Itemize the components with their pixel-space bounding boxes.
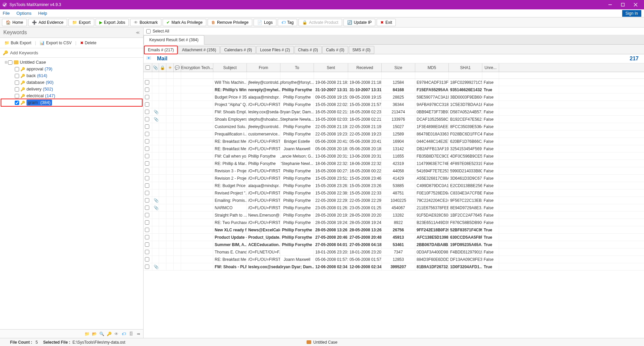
window-close-button[interactable] bbox=[629, 0, 642, 9]
mail-row[interactable]: 📎NARMCO/O=FL/OU=FIRST...Phillip Forsythe… bbox=[144, 204, 644, 212]
keyword-checkbox[interactable] bbox=[15, 101, 19, 105]
menu-file[interactable]: File bbox=[3, 11, 10, 16]
row-checkbox[interactable] bbox=[145, 242, 149, 247]
row-checkbox[interactable] bbox=[145, 235, 149, 239]
row-checkbox[interactable] bbox=[145, 102, 149, 107]
mail-row[interactable]: Prequalification i...customerservice...P… bbox=[144, 130, 644, 138]
header-subject[interactable]: Subject bbox=[213, 63, 247, 72]
mail-row[interactable]: 📎FW: Shoals - PLFlesley.cox@seda-...Brya… bbox=[144, 263, 644, 271]
logs-button[interactable]: 📄Logs bbox=[254, 19, 276, 26]
subtab-4[interactable]: Chats # (0) bbox=[294, 46, 322, 54]
sign-in-button[interactable]: Sign In bbox=[622, 10, 641, 17]
tree-keyword-back[interactable]: 🔑back(614) bbox=[1, 72, 142, 79]
window-maximize-button[interactable] bbox=[616, 0, 629, 9]
select-all-checkbox[interactable] bbox=[146, 29, 151, 34]
case-checkbox[interactable] bbox=[8, 60, 12, 65]
footer-folder2-icon[interactable]: 📂 bbox=[92, 331, 97, 337]
keyword-checkbox[interactable] bbox=[15, 80, 19, 85]
header-unread[interactable]: Unre... bbox=[482, 63, 499, 72]
footer-export-icon[interactable]: ➡ bbox=[136, 331, 141, 337]
tree-keyword-delivery[interactable]: 🔑delivery(502) bbox=[1, 86, 142, 93]
tree-root-case[interactable]: ⊟ Untitled Case bbox=[1, 59, 142, 66]
twisty-icon[interactable]: ⊟ bbox=[4, 59, 8, 65]
export-csv-button[interactable]: 📊Export to CSV bbox=[37, 39, 74, 47]
mail-row[interactable]: 📎Shoals Employers...stephs@shoalsc...Ste… bbox=[144, 116, 644, 123]
row-checkbox[interactable] bbox=[145, 250, 149, 254]
mail-row[interactable]: RE: Phillip's Win...noreply@myhel...Phil… bbox=[144, 86, 644, 94]
row-checkbox[interactable] bbox=[145, 169, 149, 173]
row-checkbox[interactable] bbox=[145, 95, 149, 99]
footer-folder1-icon[interactable]: 📁 bbox=[84, 331, 90, 337]
row-checkbox[interactable] bbox=[145, 206, 149, 210]
mail-row[interactable]: Thomas E. Chand.../O=FLNET/OU=F...18-01-… bbox=[144, 248, 644, 256]
row-checkbox[interactable] bbox=[145, 183, 149, 188]
bookmark-button[interactable]: 👁Bookmark bbox=[130, 19, 161, 26]
mail-row[interactable]: Revision 2 - Proje.../O=FL/OU=FIRST...Ph… bbox=[144, 175, 644, 182]
subtab-6[interactable]: SMS # (0) bbox=[349, 46, 374, 54]
mail-row[interactable]: Straight Path to ...News.Emerson@...Phil… bbox=[144, 212, 644, 219]
row-checkbox[interactable] bbox=[145, 80, 149, 84]
mail-row[interactable]: Budget Price # 35...alaqua@mindspr...Phi… bbox=[144, 94, 644, 101]
row-checkbox[interactable] bbox=[145, 88, 149, 92]
activate-product-button[interactable]: 🔒Activate Product bbox=[299, 19, 342, 26]
keyword-checkbox[interactable] bbox=[15, 74, 19, 78]
row-checkbox[interactable] bbox=[145, 132, 149, 136]
keyword-checkbox[interactable] bbox=[15, 87, 19, 92]
header-attachment-icon[interactable]: 📎 bbox=[152, 63, 159, 72]
row-checkbox[interactable] bbox=[145, 117, 149, 121]
bulk-export-button[interactable]: 📁Bulk Export bbox=[2, 39, 34, 47]
row-checkbox[interactable] bbox=[145, 191, 149, 195]
footer-eye-icon[interactable]: 👁 bbox=[114, 331, 119, 337]
header-flag-icon[interactable]: ✳ bbox=[166, 63, 174, 72]
mail-row[interactable]: Product Update -...Product_Update...Phil… bbox=[144, 234, 644, 241]
header-to[interactable]: To bbox=[280, 63, 314, 72]
footer-tag-icon[interactable]: 🏷 bbox=[121, 331, 126, 337]
mail-row[interactable]: RE: Breakfast Me.../O=FL/OU=FIRST...Joan… bbox=[144, 256, 644, 263]
subtab-1[interactable]: Attachment # (156) bbox=[178, 46, 220, 54]
add-keywords-row[interactable]: 🔑 Add Keywords bbox=[0, 48, 143, 58]
mail-row[interactable]: 📎FW: Shoals Empl...lesley.cox@seda-...Br… bbox=[144, 108, 644, 116]
header-sent[interactable]: Sent bbox=[314, 63, 348, 72]
row-checkbox[interactable] bbox=[145, 213, 149, 217]
delete-keyword-button[interactable]: ✖Delete bbox=[78, 39, 99, 47]
mail-row[interactable]: RE: Phillip & Mar...Phillip Forsythe'Ste… bbox=[144, 160, 644, 167]
mail-row[interactable]: Summer BIM, A...ACECeducation...Phillip … bbox=[144, 241, 644, 248]
header-sha1[interactable]: SHA1 bbox=[449, 63, 482, 72]
export-jobs-button[interactable]: ▶Export Jobs bbox=[96, 19, 129, 26]
mark-privilege-button[interactable]: ✔Mark As Privilege bbox=[163, 19, 206, 26]
row-checkbox[interactable] bbox=[145, 124, 149, 129]
footer-search-icon[interactable]: 🔍 bbox=[99, 331, 104, 337]
mail-row[interactable]: FW: Call when yo...Phillip ForsytheLanci… bbox=[144, 153, 644, 160]
row-checkbox[interactable] bbox=[145, 147, 149, 151]
mail-row[interactable]: RE: Breakfast Me.../O=FL/OU=FIRST...Brid… bbox=[144, 138, 644, 145]
row-checkbox[interactable] bbox=[145, 110, 149, 114]
mail-row[interactable]: New XLC ready f...News@ExcelCalc...Phill… bbox=[144, 226, 644, 234]
tree-keyword-approval[interactable]: 🔑approval(79) bbox=[1, 66, 142, 72]
row-checkbox[interactable] bbox=[145, 265, 149, 269]
row-checkbox[interactable] bbox=[145, 154, 149, 158]
tree-keyword-electrical[interactable]: 🔑electrical(147) bbox=[1, 93, 142, 99]
add-evidence-button[interactable]: ➕Add Evidence bbox=[28, 19, 67, 26]
mail-row[interactable]: Revision 3 - Proje.../O=FL/OU=FIRST...Ph… bbox=[144, 167, 644, 175]
menu-options[interactable]: Options bbox=[16, 11, 32, 16]
footer-key-icon[interactable]: 🔑 bbox=[106, 331, 112, 337]
header-checkbox[interactable] bbox=[144, 63, 152, 72]
window-minimize-button[interactable] bbox=[604, 0, 616, 9]
file-tab-keyword-result[interactable]: Keyword Result Set # (384) bbox=[144, 35, 204, 45]
row-checkbox[interactable] bbox=[145, 176, 149, 180]
header-size[interactable]: Size bbox=[382, 63, 415, 72]
tree-keyword-gram[interactable]: 🔑gram (384) bbox=[1, 99, 142, 106]
subtab-0[interactable]: Emails # (217) bbox=[144, 46, 177, 54]
mail-row[interactable]: RE: Budget Price ...alaqua@mindspr...Phi… bbox=[144, 182, 644, 189]
subtab-3[interactable]: Loose Files # (2) bbox=[256, 46, 293, 54]
keyword-checkbox[interactable] bbox=[15, 94, 19, 98]
header-received[interactable]: Received bbox=[348, 63, 382, 72]
subtab-2[interactable]: Calendars # (9) bbox=[220, 46, 256, 54]
keyword-checkbox[interactable] bbox=[15, 67, 19, 71]
row-checkbox[interactable] bbox=[145, 198, 149, 203]
collapse-panel-button[interactable]: ≪ bbox=[136, 31, 140, 35]
row-checkbox[interactable] bbox=[145, 139, 149, 143]
subtab-5[interactable]: Calls # (0) bbox=[322, 46, 348, 54]
row-checkbox[interactable] bbox=[145, 257, 149, 262]
mail-row[interactable]: Customized Solu...jfeeley@controld...Phi… bbox=[144, 123, 644, 130]
